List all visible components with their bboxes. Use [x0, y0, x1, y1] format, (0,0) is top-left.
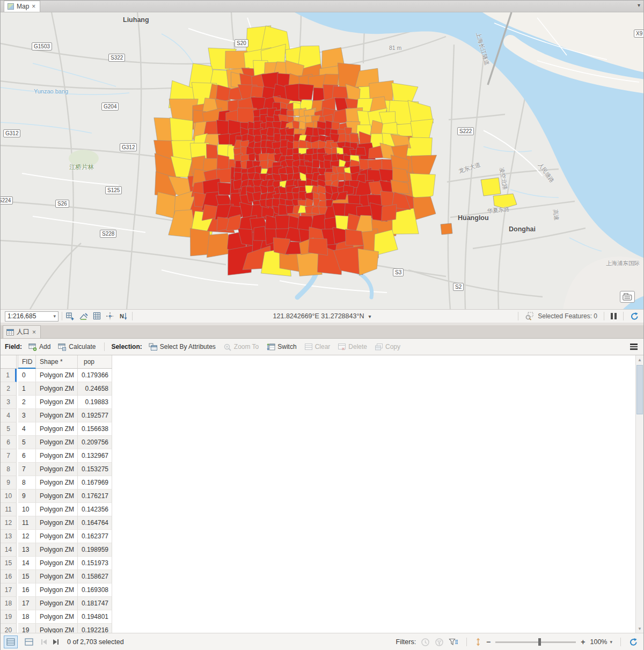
scroll-up-icon[interactable]: ▲ — [636, 355, 643, 364]
select-by-attributes-button[interactable]: Select By Attributes — [147, 342, 218, 352]
row-number[interactable]: 14 — [1, 543, 17, 557]
map-refresh-icon[interactable] — [630, 312, 639, 321]
row-number[interactable]: 13 — [1, 530, 17, 543]
cell-pop[interactable]: 0.132967 — [78, 449, 112, 463]
cell-fid[interactable]: 9 — [18, 490, 36, 503]
cell-pop[interactable]: 0.24658 — [78, 382, 112, 396]
cell-shape[interactable]: Polygon ZM — [36, 624, 78, 633]
cell-shape[interactable]: Polygon ZM — [36, 476, 78, 490]
zoom-out-button[interactable]: − — [486, 638, 491, 646]
cell-pop[interactable]: 0.169308 — [78, 583, 112, 597]
table-menu-button[interactable] — [628, 342, 639, 352]
cell-pop[interactable]: 0.156638 — [78, 422, 112, 436]
cell-fid[interactable]: 11 — [18, 516, 36, 530]
row-number[interactable]: 7 — [1, 449, 17, 463]
row-number[interactable]: 16 — [1, 570, 17, 583]
column-header-pop[interactable]: pop — [78, 355, 112, 369]
cell-shape[interactable]: Polygon ZM — [36, 396, 78, 409]
cell-fid[interactable]: 10 — [18, 503, 36, 516]
cell-pop[interactable]: 0.198959 — [78, 543, 112, 557]
snapping-crosshair-icon[interactable] — [106, 312, 115, 320]
column-header-fid[interactable]: FID — [18, 355, 36, 369]
row-number[interactable]: 6 — [1, 436, 17, 449]
north-arrow-icon[interactable]: N — [119, 312, 129, 320]
cell-fid[interactable]: 0 — [18, 369, 36, 382]
cell-fid[interactable]: 2 — [18, 396, 36, 409]
grid-icon[interactable] — [93, 312, 101, 320]
row-number[interactable]: 2 — [1, 382, 17, 396]
cell-pop[interactable]: 0.19883 — [78, 396, 112, 409]
cell-shape[interactable]: Polygon ZM — [36, 597, 78, 610]
cell-fid[interactable]: 19 — [18, 624, 36, 633]
form-view-button[interactable] — [22, 636, 36, 648]
cell-shape[interactable]: Polygon ZM — [36, 490, 78, 503]
cell-fid[interactable]: 3 — [18, 409, 36, 422]
row-number[interactable]: 1 — [1, 369, 17, 382]
cell-shape[interactable]: Polygon ZM — [36, 543, 78, 557]
coordinates-display[interactable]: 121.8242669°E 31.2728843°N ▾ — [273, 312, 371, 320]
column-header-shape[interactable]: Shape * — [36, 355, 78, 369]
row-number[interactable]: 3 — [1, 396, 17, 409]
row-number[interactable]: 9 — [1, 476, 17, 490]
pause-drawing-icon[interactable] — [611, 313, 617, 319]
measure-icon[interactable] — [79, 312, 89, 321]
cell-pop[interactable]: 0.179366 — [78, 369, 112, 382]
cell-pop[interactable]: 0.151973 — [78, 557, 112, 570]
row-number[interactable]: 18 — [1, 597, 17, 610]
zoom-slider-thumb[interactable] — [538, 638, 541, 646]
cell-pop[interactable]: 0.142356 — [78, 503, 112, 516]
cell-fid[interactable]: 4 — [18, 422, 36, 436]
tab-list-caret-icon[interactable]: ▾ — [638, 2, 640, 8]
attribute-filter-icon[interactable] — [449, 638, 458, 646]
row-number[interactable]: 15 — [1, 557, 17, 570]
row-number[interactable]: 11 — [1, 503, 17, 516]
cell-shape[interactable]: Polygon ZM — [36, 422, 78, 436]
cell-pop[interactable]: 0.209756 — [78, 436, 112, 449]
row-number[interactable]: 4 — [1, 409, 17, 422]
cell-shape[interactable]: Polygon ZM — [36, 409, 78, 422]
zoom-percent-combo[interactable]: 100% ▾ — [590, 638, 612, 646]
cell-shape[interactable]: Polygon ZM — [36, 449, 78, 463]
last-record-icon[interactable] — [52, 639, 60, 645]
cell-fid[interactable]: 15 — [18, 570, 36, 583]
cell-pop[interactable]: 0.158627 — [78, 570, 112, 583]
cell-shape[interactable]: Polygon ZM — [36, 583, 78, 597]
cell-pop[interactable]: 0.176217 — [78, 490, 112, 503]
table-view-button[interactable] — [4, 636, 18, 648]
cell-fid[interactable]: 14 — [18, 557, 36, 570]
scale-combo[interactable]: 1:216,685 ▾ — [5, 311, 58, 322]
row-number[interactable]: 10 — [1, 490, 17, 503]
cell-pop[interactable]: 0.167969 — [78, 476, 112, 490]
scrollbar-thumb[interactable] — [636, 365, 643, 414]
cell-fid[interactable]: 1 — [18, 382, 36, 396]
cell-pop[interactable]: 0.153275 — [78, 463, 112, 476]
cell-shape[interactable]: Polygon ZM — [36, 382, 78, 396]
map-canvas[interactable]: LiuhangG1503S322S2081 mYunzao bangG204G3… — [1, 12, 643, 309]
row-number[interactable]: 5 — [1, 422, 17, 436]
cell-pop[interactable]: 0.164764 — [78, 516, 112, 530]
cell-fid[interactable]: 17 — [18, 597, 36, 610]
zoom-slider[interactable] — [495, 641, 576, 643]
row-number[interactable]: 12 — [1, 516, 17, 530]
row-number[interactable]: 20 — [1, 624, 17, 633]
cell-pop[interactable]: 0.192216 — [78, 624, 112, 633]
cell-pop[interactable]: 0.162377 — [78, 530, 112, 543]
scroll-down-icon[interactable]: ▼ — [636, 624, 643, 633]
cell-fid[interactable]: 7 — [18, 463, 36, 476]
cell-shape[interactable]: Polygon ZM — [36, 369, 78, 382]
tab-attribute-table[interactable]: 人口 × — [3, 325, 41, 338]
cell-fid[interactable]: 6 — [18, 449, 36, 463]
zoom-in-button[interactable]: + — [581, 638, 585, 646]
cell-shape[interactable]: Polygon ZM — [36, 503, 78, 516]
row-number[interactable]: 19 — [1, 610, 17, 624]
table-refresh-icon[interactable] — [629, 638, 638, 647]
row-number[interactable]: 17 — [1, 583, 17, 597]
table-scrollbar[interactable]: ▲ ▼ — [635, 355, 643, 633]
cell-fid[interactable]: 16 — [18, 583, 36, 597]
table-corner-cell[interactable] — [1, 355, 17, 369]
tab-map[interactable]: Map × — [4, 1, 40, 12]
cell-shape[interactable]: Polygon ZM — [36, 463, 78, 476]
switch-selection-button[interactable]: Switch — [264, 342, 298, 352]
close-icon[interactable]: × — [32, 3, 35, 10]
cell-shape[interactable]: Polygon ZM — [36, 516, 78, 530]
